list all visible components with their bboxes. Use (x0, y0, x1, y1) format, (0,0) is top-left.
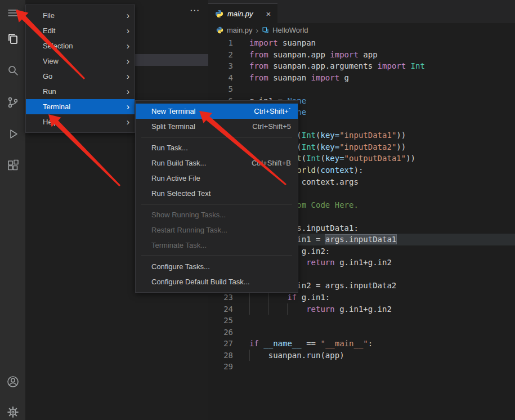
code-line-4[interactable]: 4from suanpan import g (208, 72, 515, 84)
code-line-3[interactable]: 3from suanpan.app.arguments import Int (208, 60, 515, 72)
menu-item-terminal[interactable]: Terminal› (26, 99, 135, 114)
menu-item-go[interactable]: Go› (26, 69, 135, 84)
breadcrumb-item-symbol[interactable]: HelloWorld (272, 26, 308, 34)
terminal-submenu: New TerminalCtrl+Shift+`Split TerminalCt… (135, 100, 298, 293)
code-line-5[interactable]: 5 (208, 83, 515, 95)
menu-item-restart-running-task: Restart Running Task... (136, 222, 298, 238)
python-file-icon (215, 10, 223, 18)
line-number: 25 (208, 315, 233, 327)
menu-shortcut: Ctrl+Shift+B (252, 159, 291, 167)
chevron-right-icon: › (127, 26, 129, 35)
menu-item-show-running-tasks: Show Running Tasks... (136, 207, 298, 222)
menu-item-label: Run Active File (151, 174, 291, 182)
menu-item-terminate-task: Terminate Task... (136, 238, 298, 253)
line-number: 3 (208, 60, 233, 72)
menu-item-selection[interactable]: Selection› (26, 38, 135, 53)
line-number: 4 (208, 72, 233, 84)
line-number: 28 (208, 350, 233, 361)
vscode-window: ⋯ main.py × ma (0, 0, 515, 420)
activity-bar (0, 0, 25, 420)
chevron-right-icon: › (127, 87, 129, 96)
code-text: if g.in1: (249, 292, 330, 303)
menu-item-label: Run Build Task... (151, 159, 241, 167)
code-line-1[interactable]: 1import suanpan (208, 37, 515, 49)
line-number: 2 (208, 49, 233, 61)
menu-separator (141, 204, 292, 204)
line-number: 24 (208, 303, 233, 315)
menu-item-file[interactable]: File› (26, 8, 135, 23)
menu-item-run-task[interactable]: Run Task... (136, 140, 298, 155)
code-line-2[interactable]: 2from suanpan.app import app (208, 49, 515, 61)
menu-item-label: Restart Running Task... (151, 226, 291, 234)
menu-item-run[interactable]: Run› (26, 84, 135, 99)
code-line-23[interactable]: 23 if g.in1: (208, 292, 515, 303)
code-text: from suanpan.app import app (249, 49, 378, 61)
menu-item-label: Configure Tasks... (151, 262, 291, 271)
code-line-24[interactable]: 24 return g.in1+g.in2 (208, 303, 515, 315)
tab-label: main.py (227, 10, 253, 18)
menu-item-label: Run (43, 87, 127, 96)
code-text: if __name__ == "__main__": (249, 338, 373, 350)
line-number: 26 (208, 327, 233, 338)
menu-item-label: Help (43, 118, 127, 126)
menu-item-label: Show Running Tasks... (151, 211, 291, 219)
tab-main-py[interactable]: main.py × (208, 3, 277, 23)
chevron-right-icon: › (127, 118, 129, 127)
menu-item-label: Run Task... (151, 144, 291, 152)
menu-item-label: Edit (43, 26, 127, 35)
explorer-icon[interactable] (6, 32, 20, 46)
extensions-icon[interactable] (6, 158, 20, 173)
line-number: 23 (208, 292, 233, 303)
menu-item-run-build-task[interactable]: Run Build Task...Ctrl+Shift+B (136, 155, 298, 171)
menu-item-help[interactable]: Help› (26, 114, 135, 129)
menu-item-view[interactable]: View› (26, 53, 135, 69)
menu-item-split-terminal[interactable]: Split TerminalCtrl+Shift+5 (136, 119, 298, 134)
menu-item-label: Go (43, 72, 127, 81)
menu-item-configure-tasks[interactable]: Configure Tasks... (136, 259, 298, 274)
menu-item-new-terminal[interactable]: New TerminalCtrl+Shift+` (136, 104, 298, 119)
menu-item-label: New Terminal (151, 107, 244, 115)
menu-icon[interactable] (6, 6, 20, 20)
menu-item-label: View (43, 57, 127, 65)
menu-item-label: Configure Default Build Task... (151, 278, 291, 286)
menu-shortcut: Ctrl+Shift+5 (252, 122, 291, 131)
tab-bar: main.py × (208, 0, 515, 23)
close-icon[interactable]: × (266, 10, 271, 18)
menu-item-configure-default-build-task[interactable]: Configure Default Build Task... (136, 274, 298, 289)
menu-item-label: Split Terminal (151, 122, 242, 131)
menu-item-label: File (43, 11, 127, 20)
code-line-26[interactable]: 26 (208, 327, 515, 338)
more-actions-icon[interactable]: ⋯ (190, 5, 199, 16)
search-icon[interactable] (6, 63, 20, 78)
menu-shortcut: Ctrl+Shift+` (254, 107, 291, 115)
line-number: 27 (208, 338, 233, 350)
breadcrumb: main.py › HelloWorld (208, 23, 515, 37)
chevron-right-icon: › (127, 11, 129, 20)
chevron-right-icon: › (127, 57, 129, 66)
menu-separator (141, 256, 292, 256)
python-file-icon (216, 26, 223, 34)
account-icon[interactable] (6, 374, 20, 389)
symbol-class-icon (262, 26, 269, 34)
code-text: return g.in1+g.in2 (249, 303, 392, 315)
menu-item-label: Terminal (43, 102, 127, 111)
menu-separator (141, 137, 292, 137)
sidebar-selected-row[interactable] (135, 54, 208, 66)
code-line-27[interactable]: 27if __name__ == "__main__": (208, 338, 515, 350)
chevron-right-icon: › (127, 102, 129, 111)
code-line-28[interactable]: 28 suanpan.run(app) (208, 350, 515, 361)
menu-item-run-active-file[interactable]: Run Active File (136, 171, 298, 186)
menu-item-edit[interactable]: Edit› (26, 23, 135, 38)
breadcrumb-separator-icon: › (256, 26, 259, 35)
line-number: 29 (208, 361, 233, 373)
line-number: 5 (208, 83, 233, 95)
code-text: from suanpan import g (249, 72, 349, 84)
code-line-25[interactable]: 25 (208, 315, 515, 327)
source-control-icon[interactable] (6, 95, 20, 110)
code-line-29[interactable]: 29 (208, 361, 515, 373)
menu-item-label: Run Selected Text (151, 189, 291, 198)
menu-item-run-selected-text[interactable]: Run Selected Text (136, 186, 298, 201)
run-debug-icon[interactable] (6, 127, 20, 141)
breadcrumb-item-file[interactable]: main.py (227, 26, 253, 34)
settings-gear-icon[interactable] (6, 405, 20, 419)
